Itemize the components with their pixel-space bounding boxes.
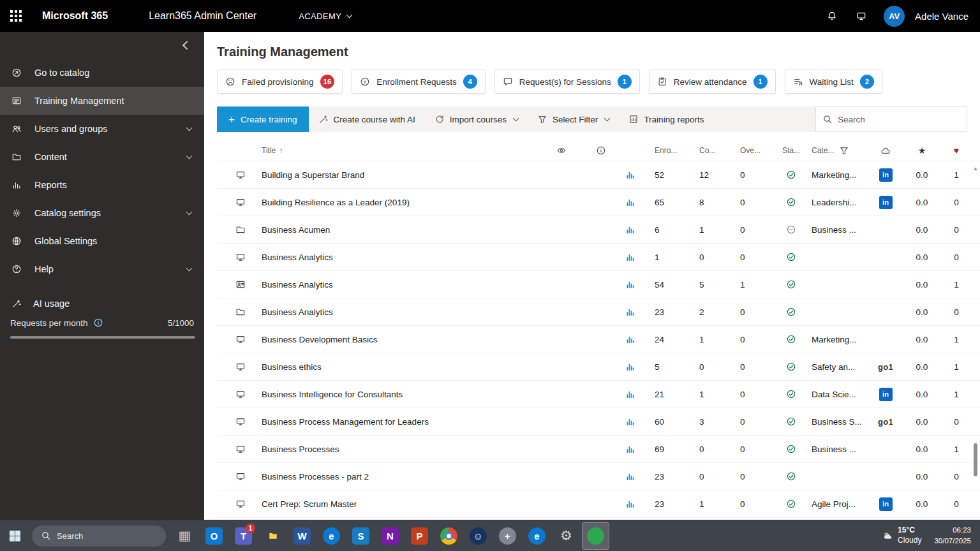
table-row[interactable]: Business Analytics1000.00	[217, 244, 980, 271]
stats-icon[interactable]	[625, 389, 635, 399]
app-launcher-button[interactable]	[0, 0, 32, 32]
notifications-button[interactable]	[820, 4, 844, 28]
stats-icon[interactable]	[625, 444, 635, 454]
utility-taskbar-icon[interactable]: +	[494, 522, 521, 550]
info-icon[interactable]	[596, 145, 606, 156]
chrome-taskbar-icon[interactable]	[435, 522, 463, 550]
avatar[interactable]: AV	[884, 6, 905, 27]
table-row[interactable]: Business Acumen610Business ...0.00	[217, 216, 980, 244]
sidebar-item-training-management[interactable]: Training Management	[0, 87, 204, 115]
taskbar-search[interactable]: Search	[32, 525, 166, 547]
sidebar-item-catalog-settings[interactable]: Catalog settings	[0, 199, 204, 227]
settings-taskbar-icon[interactable]: ⚙	[553, 522, 580, 550]
outlook-taskbar-icon[interactable]: O	[200, 522, 228, 550]
clock-widget[interactable]: 06:23 30/07/2025	[934, 525, 971, 546]
microsoft-store-taskbar-icon[interactable]: S	[347, 522, 375, 550]
column-title[interactable]: Title ↑	[262, 146, 283, 155]
table-row[interactable]: Business Development Basics2410Marketing…	[217, 326, 980, 353]
powerpoint-taskbar-icon[interactable]: P	[406, 522, 433, 550]
column-category[interactable]: Cate...	[805, 145, 869, 156]
word-taskbar-icon[interactable]: W	[288, 522, 316, 550]
filter-icon[interactable]	[839, 145, 849, 156]
edge-taskbar-icon[interactable]: e	[318, 522, 345, 550]
table-row[interactable]: Business Analytics23200.00	[217, 298, 980, 326]
copilot-taskbar-icon[interactable]: ☺	[464, 522, 492, 550]
tile-failed-provisioning[interactable]: Failed provisioning16	[217, 70, 343, 94]
scrollbar-thumb[interactable]	[974, 443, 977, 476]
training-reports-button[interactable]: Training reports	[619, 107, 713, 132]
table-row[interactable]: Business ethics500Safety an...go10.01	[217, 353, 980, 381]
stats-icon[interactable]	[625, 334, 635, 344]
stats-icon[interactable]	[625, 362, 635, 372]
create-course-with-ai-button[interactable]: Create course with AI	[309, 107, 425, 132]
stats-icon[interactable]	[625, 416, 635, 427]
product-name[interactable]: Microsoft 365	[42, 10, 108, 22]
course-title[interactable]: Business Analytics	[262, 280, 333, 290]
stats-icon[interactable]	[625, 307, 635, 317]
teams-taskbar-icon[interactable]: T1	[230, 522, 257, 550]
stats-icon[interactable]	[625, 279, 635, 290]
table-row[interactable]: Building a Superstar Brand52120Marketing…	[217, 161, 980, 189]
weather-widget[interactable]: 15°C Cloudy	[882, 525, 921, 545]
course-title[interactable]: Business Analytics	[262, 253, 333, 262]
admin-center-title[interactable]: Learn365 Admin Center	[149, 10, 256, 22]
onenote-taskbar-icon[interactable]: N	[376, 522, 404, 550]
info-icon[interactable]	[93, 318, 103, 328]
column-overdue[interactable]: Ove...	[730, 146, 777, 155]
course-title[interactable]: Business Analytics	[262, 307, 333, 317]
stats-icon[interactable]	[625, 224, 635, 235]
stats-icon[interactable]	[625, 197, 635, 207]
column-completed[interactable]: Co...	[689, 146, 730, 155]
vertical-scrollbar[interactable]: ▲	[971, 32, 980, 517]
edge-2-taskbar-icon[interactable]: e	[523, 522, 551, 550]
sidebar-item-global-settings[interactable]: Global Settings	[0, 227, 204, 255]
sidebar-item-help[interactable]: Help	[0, 255, 204, 283]
course-title[interactable]: Building a Superstar Brand	[262, 170, 364, 180]
course-title[interactable]: Business Processes - part 2	[262, 472, 369, 481]
course-title[interactable]: Building Resilience as a Leader (2019)	[262, 198, 410, 207]
table-row[interactable]: Business Process Management for Leaders6…	[217, 408, 980, 436]
start-button[interactable]	[0, 520, 29, 551]
table-row[interactable]: Business Intelligence for Consultants211…	[217, 381, 980, 408]
display-button[interactable]	[849, 4, 873, 28]
tile-review-attendance[interactable]: Review attendance1	[649, 70, 776, 94]
select-filter-button[interactable]: Select Filter	[528, 107, 619, 132]
import-courses-button[interactable]: Import courses	[425, 107, 528, 132]
file-explorer-taskbar-icon[interactable]	[259, 522, 286, 550]
search-input[interactable]	[838, 115, 960, 124]
remote-app-taskbar-icon[interactable]	[582, 522, 609, 550]
column-status[interactable]: Sta...	[777, 146, 805, 155]
scroll-up-arrow[interactable]: ▲	[971, 166, 980, 172]
course-title[interactable]: Business Process Management for Leaders	[262, 417, 429, 427]
table-row[interactable]: Business Analytics54510.01	[217, 271, 980, 298]
table-row[interactable]: Business Processes - part 223000.00	[217, 463, 980, 490]
desktop-preview-taskbar-icon[interactable]: ▦	[171, 522, 198, 550]
stats-icon[interactable]	[625, 499, 635, 509]
create-training-button[interactable]: + Create training	[217, 107, 309, 132]
course-title[interactable]: Business Intelligence for Consultants	[262, 390, 403, 399]
stats-icon[interactable]	[625, 252, 635, 262]
stats-icon[interactable]	[625, 471, 635, 481]
visibility-filter-icon[interactable]	[556, 145, 567, 156]
tile-request-s-for-sessions[interactable]: Request(s) for Sessions1	[494, 70, 640, 94]
provider-cloud-icon[interactable]	[880, 145, 891, 156]
table-row[interactable]: Cert Prep: Scrum Master2310Agile Proj...…	[217, 490, 980, 518]
sidebar-item-reports[interactable]: Reports	[0, 171, 204, 199]
likes-heart-icon[interactable]: ♥	[954, 145, 959, 156]
course-title[interactable]: Business Development Basics	[262, 335, 378, 344]
sidebar-item-go-to-catalog[interactable]: Go to catalog	[0, 59, 204, 87]
table-row[interactable]: Business Processes6900Business ...0.01	[217, 436, 980, 463]
column-enrolled[interactable]: Enro...	[644, 146, 689, 155]
sidebar-item-users-and-groups[interactable]: Users and groups	[0, 115, 204, 143]
course-title[interactable]: Business Processes	[262, 444, 339, 454]
course-title[interactable]: Business ethics	[262, 362, 322, 372]
tenant-selector[interactable]: ACADEMY	[299, 11, 352, 21]
course-title[interactable]: Cert Prep: Scrum Master	[262, 499, 357, 509]
course-title[interactable]: Business Acumen	[262, 225, 330, 235]
rating-star-icon[interactable]: ★	[918, 145, 926, 156]
stats-icon[interactable]	[625, 170, 635, 180]
collapse-sidebar-button[interactable]	[184, 42, 190, 48]
tile-enrollment-requests[interactable]: Enrollment Requests4	[352, 70, 485, 94]
tile-waiting-list[interactable]: Waiting List2	[785, 70, 882, 94]
table-row[interactable]: Building Resilience as a Leader (2019)65…	[217, 189, 980, 216]
